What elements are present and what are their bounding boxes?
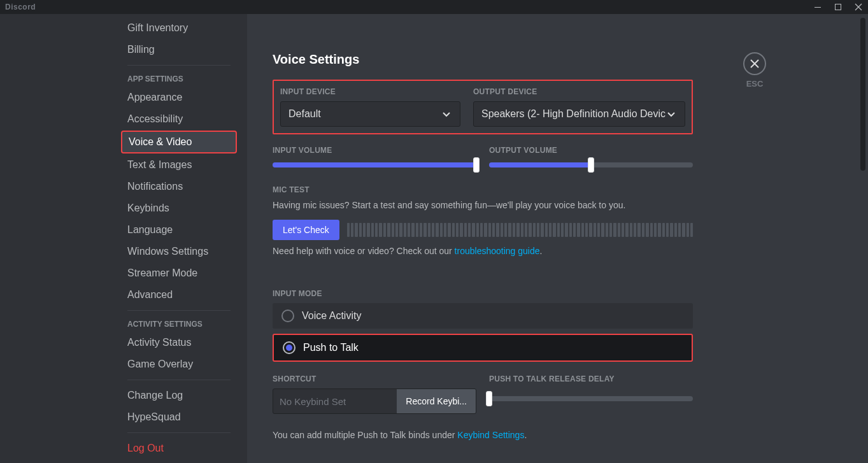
titlebar: Discord: [0, 0, 868, 14]
minimize-button[interactable]: [813, 3, 822, 11]
radio-icon: [283, 341, 295, 354]
help-text: Need help with voice or video? Check out…: [273, 245, 693, 258]
output-device-select[interactable]: Speakers (2- High Definition Audio Devic: [473, 101, 685, 127]
radio-label: Voice Activity: [302, 310, 361, 322]
close-label: ESC: [746, 79, 764, 89]
sidebar-item-hypesquad[interactable]: HypeSquad: [121, 407, 237, 427]
radio-voice-activity[interactable]: Voice Activity: [273, 303, 693, 329]
sidebar-item-streamer-mode[interactable]: Streamer Mode: [121, 263, 237, 283]
sidebar-heading-app: APP SETTINGS: [121, 71, 237, 87]
close-settings: ESC: [743, 52, 766, 89]
input-volume-label: INPUT VOLUME: [273, 146, 476, 155]
sidebar-item-change-log[interactable]: Change Log: [121, 385, 237, 406]
mic-level-meter: [347, 223, 693, 237]
ptt-help-text: You can add multiple Push to Talk binds …: [273, 429, 693, 442]
sidebar-item-language[interactable]: Language: [121, 220, 237, 240]
input-device-label: INPUT DEVICE: [280, 87, 460, 96]
sidebar-divider: [127, 65, 231, 66]
output-device-value: Speakers (2- High Definition Audio Devic: [481, 108, 665, 120]
input-device-select[interactable]: Default: [280, 101, 460, 127]
record-keybind-button[interactable]: Record Keybi...: [397, 389, 476, 413]
sidebar-item-accessibility[interactable]: Accessibility: [121, 109, 237, 129]
radio-icon: [281, 310, 294, 322]
troubleshooting-link[interactable]: troubleshooting guide: [455, 246, 540, 256]
window-controls: [813, 3, 863, 11]
slider-thumb[interactable]: [588, 157, 594, 173]
input-mode-heading: INPUT MODE: [273, 289, 693, 298]
sidebar-item-advanced[interactable]: Advanced: [121, 285, 237, 305]
slider-thumb[interactable]: [473, 157, 480, 173]
mic-test-heading: MIC TEST: [273, 185, 693, 194]
sidebar-divider: [127, 310, 231, 311]
scrollbar[interactable]: [860, 18, 865, 171]
slider-thumb[interactable]: [486, 391, 492, 406]
page-title: Voice Settings: [273, 52, 693, 67]
maximize-button[interactable]: [834, 3, 843, 11]
close-icon: [749, 58, 760, 69]
keybind-input[interactable]: No Keybind Set Record Keybi...: [273, 388, 476, 414]
lets-check-button[interactable]: Let's Check: [273, 220, 339, 240]
mic-test-desc: Having mic issues? Start a test and say …: [273, 199, 693, 212]
radio-label: Push to Talk: [303, 342, 359, 353]
sidebar-item-game-overlay[interactable]: Game Overlay: [121, 354, 237, 374]
svg-rect-1: [836, 4, 841, 10]
app-title: Discord: [5, 3, 36, 11]
sidebar-item-gift-inventory[interactable]: Gift Inventory: [121, 18, 237, 38]
ptt-delay-slider[interactable]: [489, 396, 693, 401]
input-volume-slider[interactable]: [273, 162, 476, 167]
sidebar-item-voice-video[interactable]: Voice & Video: [121, 131, 237, 153]
svg-rect-0: [815, 7, 821, 8]
sidebar-item-appearance[interactable]: Appearance: [121, 87, 237, 108]
sidebar-item-windows-settings[interactable]: Windows Settings: [121, 241, 237, 262]
sidebar-item-billing[interactable]: Billing: [121, 39, 237, 60]
keybind-settings-link[interactable]: Keybind Settings: [457, 430, 524, 440]
sidebar-heading-activity: ACTIVITY SETTINGS: [121, 316, 237, 332]
settings-main: ESC Voice Settings INPUT DEVICE Default …: [247, 14, 868, 463]
sidebar-item-activity-status[interactable]: Activity Status: [121, 332, 237, 353]
sidebar-divider: [127, 380, 231, 380]
chevron-down-icon: [665, 108, 677, 120]
chevron-down-icon: [441, 108, 452, 120]
sidebar-item-notifications[interactable]: Notifications: [121, 176, 237, 197]
keybind-placeholder: No Keybind Set: [273, 389, 397, 413]
sidebar-item-keybinds[interactable]: Keybinds: [121, 198, 237, 218]
output-volume-slider[interactable]: [489, 162, 693, 167]
ptt-delay-heading: PUSH TO TALK RELEASE DELAY: [489, 374, 693, 383]
shortcut-heading: SHORTCUT: [273, 374, 476, 383]
settings-sidebar: Gift Inventory Billing APP SETTINGS Appe…: [0, 14, 247, 463]
sidebar-divider: [127, 432, 231, 433]
output-volume-label: OUTPUT VOLUME: [489, 146, 693, 155]
output-device-label: OUTPUT DEVICE: [473, 87, 685, 96]
sidebar-item-logout[interactable]: Log Out: [121, 438, 237, 459]
sidebar-item-text-images[interactable]: Text & Images: [121, 155, 237, 175]
radio-push-to-talk[interactable]: Push to Talk: [273, 334, 693, 362]
close-button[interactable]: [743, 52, 766, 75]
input-device-value: Default: [288, 108, 321, 120]
close-window-button[interactable]: [854, 3, 863, 11]
